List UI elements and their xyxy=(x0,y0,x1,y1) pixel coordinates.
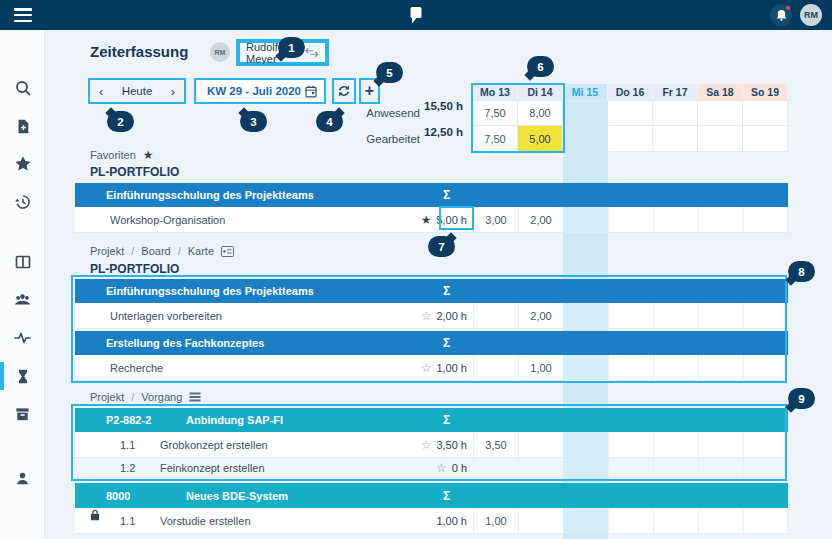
refresh-icon xyxy=(337,84,351,98)
day-cell[interactable] xyxy=(473,355,518,380)
board-icon[interactable] xyxy=(0,247,45,277)
day-cell[interactable] xyxy=(518,508,563,533)
breadcrumb-item[interactable]: Board xyxy=(141,245,170,257)
day-cell[interactable] xyxy=(743,458,788,477)
summary-cell xyxy=(698,100,743,126)
day-cell[interactable] xyxy=(518,432,563,457)
page-title: Zeiterfassung xyxy=(90,43,188,60)
portfolio-title: PL-PORTFOLIO xyxy=(90,262,179,276)
task-row[interactable]: 1.1 Vorstudie erstellen 1,00 h 1,00 xyxy=(75,508,788,534)
sigma-label: Σ xyxy=(420,413,473,427)
day-cell[interactable] xyxy=(563,508,608,533)
day-cell[interactable] xyxy=(473,303,518,328)
day-cell[interactable] xyxy=(698,432,743,457)
calendar-icon xyxy=(305,85,317,98)
task-row[interactable]: Workshop-Organisation ★ 5,00 h 3,00 2,00 xyxy=(75,207,788,233)
today-button[interactable]: Heute xyxy=(122,85,153,97)
day-cell[interactable] xyxy=(608,458,653,477)
history-icon[interactable] xyxy=(0,187,45,217)
activity-icon[interactable] xyxy=(0,323,45,353)
app-logo-icon xyxy=(404,3,428,31)
note-add-icon[interactable] xyxy=(0,111,45,141)
task-total: 0 h xyxy=(452,462,467,474)
day-cell[interactable]: 3,00 xyxy=(473,207,518,232)
breadcrumb: Projekt / Board / Karte xyxy=(90,245,234,257)
day-cell[interactable] xyxy=(608,432,653,457)
time-tracking-hourglass-icon[interactable] xyxy=(0,361,45,391)
day-cell[interactable] xyxy=(743,432,788,457)
day-cell[interactable] xyxy=(698,458,743,477)
favorite-star-outline-icon[interactable]: ☆ xyxy=(421,438,432,452)
group-header-row[interactable]: Einführungsschulung des Projektteams Σ xyxy=(75,279,788,303)
day-header[interactable]: Mo 13 xyxy=(473,84,518,100)
favorite-star-outline-icon[interactable]: ☆ xyxy=(436,461,447,475)
task-name: Vorstudie erstellen xyxy=(160,515,251,527)
day-cell[interactable] xyxy=(563,458,608,477)
task-row[interactable]: 1.2 Feinkonzept erstellen ☆ 0 h xyxy=(75,458,788,478)
day-cell[interactable] xyxy=(653,458,698,477)
breadcrumb-item[interactable]: Karte xyxy=(188,245,214,257)
day-cell[interactable] xyxy=(743,207,788,232)
day-cell[interactable] xyxy=(608,508,653,533)
day-cell[interactable] xyxy=(743,508,788,533)
favorites-star-icon[interactable] xyxy=(0,149,45,179)
day-header-weekend[interactable]: So 19 xyxy=(743,84,788,100)
archive-icon[interactable] xyxy=(0,399,45,429)
user-avatar[interactable]: RM xyxy=(800,4,822,26)
groups-icon[interactable] xyxy=(0,285,45,315)
summary-total: 12,50 h xyxy=(420,126,473,152)
notifications-bell-icon[interactable] xyxy=(770,4,792,26)
group-header-row[interactable]: P2-882-2 Anbindung SAP-FI Σ xyxy=(75,408,788,432)
day-header[interactable]: Di 14 xyxy=(518,84,563,100)
day-header-weekend[interactable]: Sa 18 xyxy=(698,84,743,100)
day-cell[interactable] xyxy=(653,207,698,232)
task-total: 3,50 h xyxy=(436,439,467,451)
prev-week-button[interactable]: ‹ xyxy=(99,85,103,98)
favorite-star-outline-icon[interactable]: ☆ xyxy=(421,361,432,375)
day-cell[interactable]: 2,00 xyxy=(518,303,563,328)
day-cell[interactable] xyxy=(698,207,743,232)
person-icon[interactable] xyxy=(0,463,45,493)
day-cell[interactable] xyxy=(563,432,608,457)
breadcrumb: Projekt / Vorgang xyxy=(90,391,201,403)
day-cell[interactable] xyxy=(608,355,653,380)
day-cell[interactable] xyxy=(518,458,563,477)
day-header[interactable]: Fr 17 xyxy=(653,84,698,100)
day-cell[interactable] xyxy=(563,207,608,232)
breadcrumb-item[interactable]: Projekt xyxy=(90,245,124,257)
day-cell[interactable]: 2,00 xyxy=(518,207,563,232)
day-cell[interactable]: 1,00 xyxy=(473,508,518,533)
search-icon[interactable] xyxy=(0,73,45,103)
favorite-star-outline-icon[interactable]: ☆ xyxy=(421,309,432,323)
day-cell[interactable] xyxy=(743,355,788,380)
day-cell[interactable] xyxy=(653,303,698,328)
day-cell[interactable] xyxy=(653,432,698,457)
day-cell[interactable] xyxy=(608,303,653,328)
group-header-row[interactable]: Einführungsschulung des Projektteams Σ xyxy=(75,183,788,207)
group-header-row[interactable]: Erstellung des Fachkonzeptes Σ xyxy=(75,331,788,355)
day-header-today[interactable]: Mi 15 xyxy=(563,84,608,100)
day-cell[interactable] xyxy=(563,303,608,328)
favorite-star-icon[interactable]: ★ xyxy=(421,213,432,227)
breadcrumb-item[interactable]: Projekt xyxy=(90,391,124,403)
task-row[interactable]: Recherche ☆ 1,00 h 1,00 xyxy=(75,355,788,381)
day-cell[interactable] xyxy=(473,458,518,477)
task-row[interactable]: 1.1 Grobkonzept erstellen ☆ 3,50 h 3,50 xyxy=(75,432,788,458)
day-cell[interactable] xyxy=(698,355,743,380)
day-cell[interactable] xyxy=(698,508,743,533)
menu-icon[interactable] xyxy=(14,8,32,22)
breadcrumb-item[interactable]: Vorgang xyxy=(141,391,182,403)
day-header[interactable]: Do 16 xyxy=(608,84,653,100)
day-cell[interactable] xyxy=(563,355,608,380)
day-cell[interactable] xyxy=(653,355,698,380)
task-row[interactable]: Unterlagen vorbereiten ☆ 2,00 h 2,00 xyxy=(75,303,788,329)
day-cell[interactable] xyxy=(743,303,788,328)
day-cell[interactable]: 1,00 xyxy=(518,355,563,380)
day-cell[interactable] xyxy=(698,303,743,328)
day-cell[interactable]: 3,50 xyxy=(473,432,518,457)
day-cell[interactable] xyxy=(653,508,698,533)
next-week-button[interactable]: › xyxy=(171,85,175,98)
sigma-label: Σ xyxy=(420,188,473,202)
day-cell[interactable] xyxy=(608,207,653,232)
group-header-row[interactable]: 8000 Neues BDE-System Σ xyxy=(75,483,788,508)
